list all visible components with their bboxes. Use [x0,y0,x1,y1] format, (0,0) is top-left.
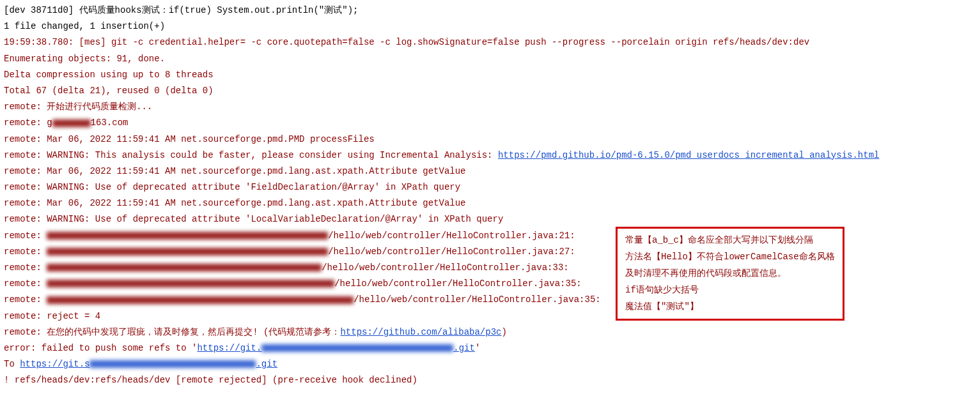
remote-prefix: remote: [4,294,47,305]
redacted-path-icon [47,280,334,287]
remote-warning-field-line: remote: WARNING: Use of deprecated attri… [4,179,976,195]
remote-pmd-attr-line-2: remote: Mar 06, 2022 11:59:41 AM net.sou… [4,195,976,211]
redacted-path-icon [47,232,328,240]
remote-warning-localvar-line: remote: WARNING: Use of deprecated attri… [4,211,976,227]
error-failed-push-line: error: failed to push some refs to 'http… [4,340,976,356]
callout-row: if语句缺少大括号 [625,282,835,299]
callout-row: 魔法值【"测试"】 [625,299,835,316]
redacted-url-icon [89,360,256,368]
p3c-link[interactable]: https://github.com/alibaba/p3c [340,327,501,337]
redacted-path-icon [47,296,354,304]
error-prefix: error: failed to push some refs to ' [4,343,197,353]
violation-path-35b: /hello/web/controller/HelloController.ja… [354,294,600,305]
warning-prefix: remote: WARNING: This analysis could be … [4,150,498,160]
remote-pmd-process-line: remote: Mar 06, 2022 11:59:41 AM net.sou… [4,132,976,148]
remote-pmd-attr-line-1: remote: Mar 06, 2022 11:59:41 AM net.sou… [4,163,976,179]
error-suffix: ' [475,343,480,353]
delta-compression-line: Delta compression using up to 8 threads [4,67,976,83]
link-prefix: https://git.s [20,359,89,369]
commit-stat-line: 1 file changed, 1 insertion(+) [4,19,976,34]
link-suffix: .git [256,359,277,369]
redacted-url-icon [261,344,453,352]
summary-suffix: ) [501,327,506,337]
violation-path-33: /hello/web/controller/HelloController.ja… [322,262,568,273]
remote-summary-line: remote: 在您的代码中发现了瑕疵，请及时修复，然后再提交! (代码规范请参… [4,324,976,340]
callout-row: 常量【a_b_c】命名应全部大写并以下划线分隔 [625,232,835,249]
callout-row: 方法名【Hello】不符合lowerCamelCase命名风格 [625,249,835,266]
remote-warning-incremental-line: remote: WARNING: This analysis could be … [4,148,976,163]
link-suffix: .git [453,343,475,353]
summary-prefix: remote: 在您的代码中发现了瑕疵，请及时修复，然后再提交! (代码规范请参… [4,327,340,337]
terminal-output: [dev 38711d0] 代码质量hooks测试：if(true) Syste… [4,3,976,389]
violation-path-27: /hello/web/controller/HelloController.ja… [328,247,575,257]
remote-email-prefix: remote: g [4,118,52,128]
remote-prefix: remote: [4,278,47,289]
remote-start-check-line: remote: 开始进行代码质量检测... [4,99,976,115]
git-push-command-line: 19:59:38.780: [mes] git -c credential.he… [4,34,976,50]
violation-path-35a: /hello/web/controller/HelloController.ja… [334,278,581,289]
commit-header-line: [dev 38711d0] 代码质量hooks测试：if(true) Syste… [4,3,976,19]
total-line: Total 67 (delta 21), reused 0 (delta 0) [4,83,976,99]
to-repo-line: To https://git.s.git [4,356,976,372]
remote-prefix: remote: [4,247,47,257]
git-repo-link[interactable]: https://git..git [197,343,474,353]
callout-row: 及时清理不再使用的代码段或配置信息。 [625,266,835,282]
remote-rejected-line: ! refs/heads/dev:refs/heads/dev [remote … [4,372,976,388]
to-prefix: To [4,359,20,369]
redacted-path-icon [47,264,322,271]
enumerating-line: Enumerating objects: 91, done. [4,51,976,67]
violation-callout: 常量【a_b_c】命名应全部大写并以下划线分隔方法名【Hello】不符合lowe… [616,227,844,321]
pmd-docs-link[interactable]: https://pmd.github.io/pmd-6.15.0/pmd_use… [498,150,880,160]
git-repo-to-link[interactable]: https://git.s.git [20,359,277,369]
remote-email-line: remote: g163.com [4,115,976,131]
link-prefix: https://git. [197,343,261,353]
redacted-email-icon [52,119,91,127]
remote-email-suffix: 163.com [91,118,128,128]
remote-prefix: remote: [4,231,47,241]
violation-path-21: /hello/web/controller/HelloController.ja… [328,231,575,241]
remote-prefix: remote: [4,262,47,273]
redacted-path-icon [47,248,328,255]
